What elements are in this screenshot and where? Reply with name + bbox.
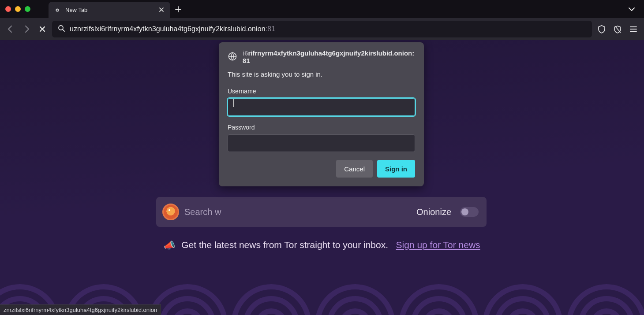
titlebar-right-icons (625, 0, 644, 18)
shield-icon[interactable] (595, 23, 608, 35)
window-minimize-button[interactable] (15, 6, 21, 12)
status-bar-text: znrzifslxi6rifrnyrm4xfytkn3guluha4tg6gxj… (4, 307, 157, 313)
duckduckgo-logo-icon (162, 204, 179, 220)
news-link[interactable]: Sign up for Tor news (396, 240, 480, 250)
tab-new-tab[interactable]: New Tab (49, 2, 170, 18)
globe-icon (228, 52, 237, 63)
svg-point-22 (509, 311, 536, 315)
auth-password-label: Password (228, 124, 415, 131)
back-button[interactable] (4, 23, 17, 35)
window-traffic-lights (0, 0, 49, 18)
svg-point-19 (426, 311, 452, 315)
auth-origin: i6rifrnyrm4xfytkn3guluha4tg6gxjnuify2kir… (243, 49, 415, 64)
auth-signin-button[interactable]: Sign in (377, 160, 415, 178)
onionize-toggle[interactable] (460, 207, 479, 217)
tab-strip: New Tab (49, 0, 625, 18)
auth-cancel-button[interactable]: Cancel (336, 160, 373, 178)
search-panel: Search w Onionize (156, 197, 487, 227)
news-text: Get the latest news from Tor straight to… (181, 240, 388, 250)
new-tab-button[interactable] (170, 0, 186, 18)
page-content: Search w Onionize 📣 Get the latest news … (0, 40, 644, 315)
nav-toolbar: uznrzifslxi6rifrnyrm4xfytkn3guluha4tg6gx… (0, 18, 644, 40)
list-all-tabs-button[interactable] (625, 3, 638, 15)
url-text: uznrzifslxi6rifrnyrm4xfytkn3guluha4tg6gx… (70, 25, 275, 33)
window-close-button[interactable] (5, 6, 11, 12)
megaphone-icon: 📣 (164, 240, 175, 251)
status-bar: znrzifslxi6rifrnyrm4xfytkn3guluha4tg6gxj… (0, 304, 161, 315)
tab-loading-indicator (54, 7, 61, 14)
search-input[interactable]: Search w (184, 207, 411, 217)
http-auth-dialog: i6rifrnyrm4xfytkn3guluha4tg6gxjnuify2kir… (219, 42, 424, 186)
tab-title: New Tab (65, 7, 153, 13)
search-icon (57, 24, 65, 34)
auth-username-input[interactable] (228, 98, 415, 116)
stop-reload-button[interactable] (36, 23, 49, 35)
svg-point-25 (593, 311, 620, 315)
svg-point-10 (174, 311, 201, 315)
svg-point-0 (56, 9, 58, 11)
app-menu-button[interactable] (627, 23, 640, 35)
url-bar[interactable]: uznrzifslxi6rifrnyrm4xfytkn3guluha4tg6gx… (52, 21, 592, 37)
auth-username-label: Username (228, 88, 415, 95)
svg-point-13 (258, 311, 285, 315)
window-titlebar: New Tab (0, 0, 644, 18)
window-maximize-button[interactable] (25, 6, 30, 12)
auth-password-input[interactable] (228, 134, 415, 152)
auth-message: This site is asking you to sign in. (228, 70, 415, 78)
forward-button[interactable] (20, 23, 33, 35)
news-banner: 📣 Get the latest news from Tor straight … (0, 240, 644, 250)
svg-point-16 (342, 311, 368, 315)
onionize-label: Onionize (416, 207, 451, 217)
security-level-icon[interactable] (611, 23, 624, 35)
tab-close-button[interactable] (157, 6, 166, 15)
